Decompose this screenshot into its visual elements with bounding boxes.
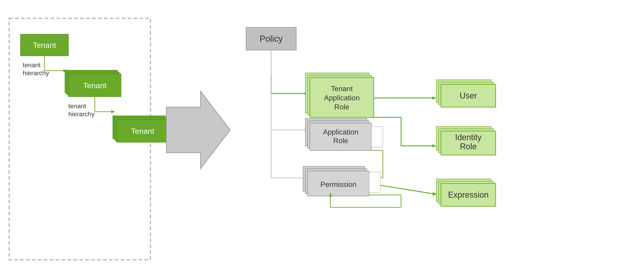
perm-white-inset [369, 172, 380, 192]
hierarchy-label-2: tenant [68, 102, 86, 110]
tar-ir-arrow [432, 144, 436, 148]
hierarchy-label-1b: hierarchy [23, 70, 49, 76]
tenant-top-label: Tenant [33, 41, 56, 50]
hierarchy-label-1: tenant [23, 62, 40, 68]
policy-label: Policy [260, 34, 282, 44]
ar-label-1: Application [323, 128, 359, 136]
expr-label: Expression [448, 190, 488, 200]
tar-user-arrow [432, 96, 436, 100]
perm-label: Permission [320, 180, 356, 188]
tar-label-2: Application [324, 94, 360, 102]
tenant-bot-label: Tenant [131, 127, 154, 136]
tar-label-1: Tenant [331, 84, 353, 93]
arrow-head-2 [111, 110, 115, 113]
user-label: User [460, 91, 477, 100]
ar-white-inset [372, 126, 383, 147]
big-arrow [166, 91, 230, 169]
tar-label-3: Role [334, 103, 349, 111]
diagram-container: Tenant tenant hierarchy Tenant tenant hi… [0, 0, 644, 279]
ir-label-2: Role [460, 142, 477, 151]
tenant-mid-label: Tenant [83, 81, 107, 90]
hierarchy-label-2b: hierarchy [68, 110, 94, 118]
ir-label-1: Identity [455, 133, 482, 142]
ar-label-2: Role [333, 136, 348, 145]
diagram-svg: Tenant tenant hierarchy Tenant tenant hi… [0, 0, 644, 279]
